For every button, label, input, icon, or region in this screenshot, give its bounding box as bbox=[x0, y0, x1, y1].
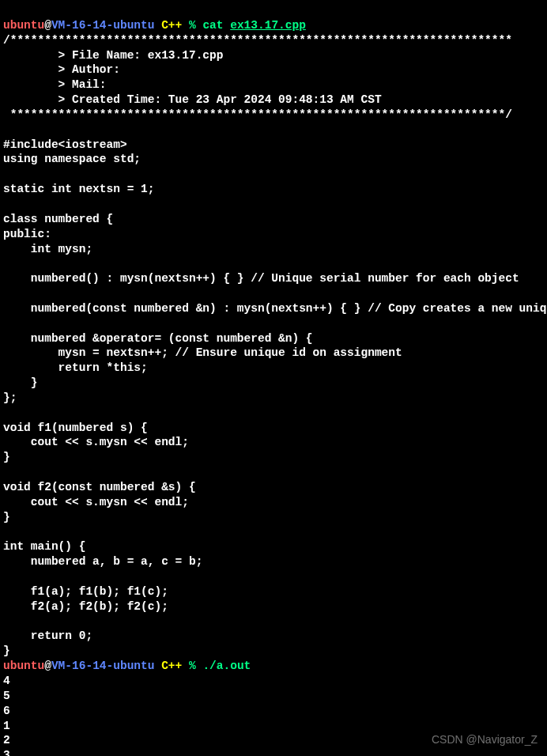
prompt-dir: C++ bbox=[154, 19, 189, 32]
output-line: 5 bbox=[3, 690, 10, 702]
code-line: } bbox=[3, 376, 38, 389]
code-line: numbered a, b = a, c = b; bbox=[3, 555, 202, 568]
run-command: ./a.out bbox=[202, 660, 251, 672]
code-line: > Created Time: Tue 23 Apr 2024 09:48:13… bbox=[3, 93, 382, 106]
code-line: class numbered { bbox=[3, 213, 113, 225]
code-line: int mysn; bbox=[3, 243, 92, 255]
code-line: ****************************************… bbox=[3, 108, 512, 121]
code-line: cout << s.mysn << endl; bbox=[3, 496, 189, 508]
code-line: > Mail: bbox=[3, 78, 107, 91]
code-line: #include<iostream> bbox=[3, 138, 127, 151]
terminal-output: ubuntu@VM-16-14-ubuntu C++ % cat ex13.17… bbox=[3, 3, 544, 756]
code-line: numbered &operator= (const numbered &n) … bbox=[3, 332, 313, 345]
cat-argument: ex13.17.cpp bbox=[230, 19, 306, 32]
code-line: > File Name: ex13.17.cpp bbox=[3, 49, 223, 62]
code-line: void f1(numbered s) { bbox=[3, 421, 148, 434]
code-line: } bbox=[3, 644, 10, 657]
cat-command: cat bbox=[202, 19, 230, 32]
prompt-dir: C++ bbox=[154, 660, 189, 672]
code-line: void f2(const numbered &s) { bbox=[3, 481, 196, 493]
prompt-at: @ bbox=[44, 660, 51, 672]
code-line: return *this; bbox=[3, 361, 148, 374]
output-line: 4 bbox=[3, 675, 10, 687]
prompt-user: ubuntu bbox=[3, 660, 44, 672]
code-line: numbered() : mysn(nextsn++) { } // Uniqu… bbox=[3, 272, 519, 285]
code-line: > Author: bbox=[3, 63, 120, 76]
code-line: mysn = nextsn++; // Ensure unique id on … bbox=[3, 346, 402, 359]
code-line: } bbox=[3, 511, 10, 524]
code-line: cout << s.mysn << endl; bbox=[3, 436, 189, 448]
output-line: 3 bbox=[3, 749, 10, 756]
code-line: f1(a); f1(b); f1(c); bbox=[3, 585, 168, 598]
code-line: static int nextsn = 1; bbox=[3, 183, 154, 195]
prompt-host: VM-16-14-ubuntu bbox=[51, 660, 155, 672]
code-line: /***************************************… bbox=[3, 34, 512, 47]
output-line: 1 bbox=[3, 720, 10, 732]
prompt-host: VM-16-14-ubuntu bbox=[51, 19, 155, 32]
output-line: 2 bbox=[3, 734, 10, 747]
prompt-at: @ bbox=[44, 19, 51, 32]
code-line: using namespace std; bbox=[3, 153, 141, 165]
prompt-sep: % bbox=[189, 660, 202, 672]
code-line: f2(a); f2(b); f2(c); bbox=[3, 600, 168, 613]
code-line: int main() { bbox=[3, 540, 85, 553]
code-line: numbered(const numbered &n) : mysn(nexts… bbox=[3, 302, 547, 315]
output-line: 6 bbox=[3, 705, 10, 717]
code-line: public: bbox=[3, 228, 51, 240]
code-line: } bbox=[3, 451, 10, 463]
prompt-sep: % bbox=[189, 19, 202, 32]
prompt-user: ubuntu bbox=[3, 19, 44, 32]
code-line: return 0; bbox=[3, 629, 92, 642]
prompt-line-2: ubuntu@VM-16-14-ubuntu C++ % ./a.out bbox=[3, 660, 251, 672]
prompt-line-1: ubuntu@VM-16-14-ubuntu C++ % cat ex13.17… bbox=[3, 19, 306, 32]
code-line: }; bbox=[3, 391, 17, 404]
watermark: CSDN @Navigator_Z bbox=[432, 732, 538, 747]
